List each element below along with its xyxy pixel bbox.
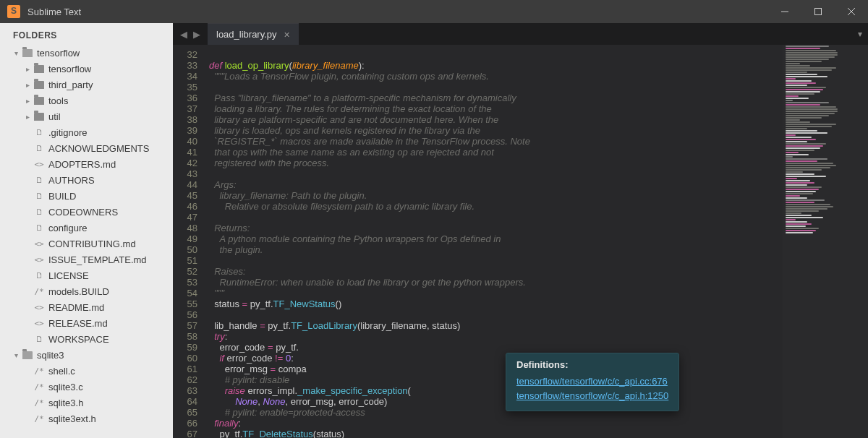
line-number[interactable]: 52 [173, 266, 197, 277]
code-line[interactable]: py_tf.TF_DeleteStatus(status) [209, 429, 868, 438]
file-item[interactable]: <>CONTRIBUTING.md [0, 236, 173, 252]
code-line[interactable] [209, 309, 868, 320]
folders-sidebar[interactable]: FOLDERS ▾tensorflow▸tensorflow▸third_par… [0, 23, 173, 438]
line-number[interactable]: 43 [173, 168, 197, 179]
code-line[interactable]: that ops with the same name as an existi… [209, 147, 868, 158]
tab-history-back-icon[interactable]: ◀ [180, 29, 187, 40]
file-item[interactable]: /*sqlite3ext.h [0, 411, 173, 426]
disclosure-arrow-icon[interactable]: ▸ [25, 81, 31, 89]
line-number[interactable]: 67 [173, 429, 197, 438]
line-number[interactable]: 35 [173, 82, 197, 93]
code-line[interactable] [209, 49, 868, 60]
line-number[interactable]: 66 [173, 418, 197, 429]
line-number[interactable]: 36 [173, 93, 197, 103]
line-number-gutter[interactable]: 3233343536373839404142434445464748495051… [173, 45, 205, 438]
code-line[interactable]: error_code = py_tf. [209, 342, 868, 353]
code-line[interactable]: library_filename: Path to the plugin. [209, 190, 868, 201]
line-number[interactable]: 37 [173, 103, 197, 114]
code-line[interactable]: Returns: [209, 223, 868, 233]
tab-close-icon[interactable]: × [284, 30, 290, 40]
line-number[interactable]: 63 [173, 385, 197, 396]
minimize-button[interactable] [768, 0, 801, 23]
code-line[interactable]: Raises: [209, 266, 868, 277]
line-number[interactable]: 57 [173, 320, 197, 331]
folder-item[interactable]: ▸util [0, 108, 173, 124]
file-item[interactable]: <>README.md [0, 299, 173, 315]
line-number[interactable]: 48 [173, 223, 197, 233]
code-line[interactable]: """Loads a TensorFlow plugin, containing… [209, 71, 868, 82]
file-item[interactable]: 🗋WORKSPACE [0, 331, 173, 347]
line-number[interactable]: 61 [173, 364, 197, 374]
disclosure-arrow-icon[interactable]: ▸ [25, 65, 31, 73]
code-line[interactable]: Relative or absolute filesystem path to … [209, 201, 868, 212]
code-line[interactable] [209, 212, 868, 223]
minimap[interactable] [783, 45, 868, 438]
line-number[interactable]: 34 [173, 71, 197, 82]
line-number[interactable]: 41 [173, 147, 197, 158]
line-number[interactable]: 55 [173, 299, 197, 309]
code-line[interactable]: """ [209, 288, 868, 299]
code-line[interactable]: lib_handle = py_tf.TF_LoadLibrary(librar… [209, 320, 868, 331]
line-number[interactable]: 47 [173, 212, 197, 223]
maximize-button[interactable] [801, 0, 835, 23]
line-number[interactable]: 44 [173, 179, 197, 190]
code-line[interactable]: library are platform-specific and are no… [209, 114, 868, 125]
code-line[interactable]: Args: [209, 179, 868, 190]
disclosure-arrow-icon[interactable]: ▸ [25, 97, 31, 105]
code-line[interactable]: try: [209, 331, 868, 342]
code-line[interactable]: Pass "library_filename" to a platform-sp… [209, 93, 868, 103]
line-number[interactable]: 50 [173, 244, 197, 255]
line-number[interactable]: 40 [173, 136, 197, 147]
code-line[interactable]: status = py_tf.TF_NewStatus() [209, 299, 868, 309]
line-number[interactable]: 58 [173, 331, 197, 342]
line-number[interactable]: 33 [173, 60, 197, 71]
file-item[interactable]: <>ADOPTERS.md [0, 156, 173, 172]
file-item[interactable]: 🗋BUILD [0, 188, 173, 204]
line-number[interactable]: 46 [173, 201, 197, 212]
line-number[interactable]: 51 [173, 255, 197, 266]
code-line[interactable]: library is loaded, ops and kernels regis… [209, 125, 868, 136]
file-item[interactable]: 🗋AUTHORS [0, 172, 173, 188]
file-item[interactable]: 🗋configure [0, 220, 173, 236]
disclosure-arrow-icon[interactable]: ▸ [25, 113, 31, 121]
code-line[interactable]: `REGISTER_*` macros are made available i… [209, 136, 868, 147]
definition-link-0[interactable]: tensorflow/tensorflow/c/c_api.cc:676 [516, 374, 668, 389]
code-line[interactable]: def load_op_library(library_filename): [209, 60, 868, 71]
code-line[interactable]: registered with the process. [209, 158, 868, 168]
code-line[interactable] [209, 255, 868, 266]
folder-item[interactable]: ▸tools [0, 93, 173, 108]
code-line[interactable]: RuntimeError: when unable to load the li… [209, 277, 868, 288]
file-item[interactable]: <>ISSUE_TEMPLATE.md [0, 252, 173, 267]
code-line[interactable] [209, 168, 868, 179]
tab-load-library[interactable]: load_library.py × [208, 23, 299, 45]
line-number[interactable]: 45 [173, 190, 197, 201]
code-line[interactable]: A python module containing the Python wr… [209, 233, 868, 244]
code-line[interactable]: loading a library. The rules for determi… [209, 103, 868, 114]
line-number[interactable]: 42 [173, 158, 197, 168]
file-item[interactable]: /*sqlite3.h [0, 395, 173, 411]
line-number[interactable]: 62 [173, 374, 197, 385]
definition-link-1[interactable]: tensorflow/tensorflow/c/c_api.h:1250 [516, 389, 668, 403]
close-button[interactable] [835, 0, 868, 23]
tab-history-forward-icon[interactable]: ▶ [193, 29, 200, 40]
folder-item[interactable]: ▾tensorflow [0, 45, 173, 61]
line-number[interactable]: 59 [173, 342, 197, 353]
line-number[interactable]: 64 [173, 396, 197, 407]
file-item[interactable]: 🗋ACKNOWLEDGMENTS [0, 140, 173, 156]
file-item[interactable]: /*shell.c [0, 363, 173, 379]
line-number[interactable]: 49 [173, 233, 197, 244]
line-number[interactable]: 53 [173, 277, 197, 288]
folder-item[interactable]: ▾sqlite3 [0, 347, 173, 363]
file-item[interactable]: 🗋LICENSE [0, 267, 173, 283]
file-item[interactable]: /*sqlite3.c [0, 379, 173, 395]
line-number[interactable]: 54 [173, 288, 197, 299]
line-number[interactable]: 60 [173, 353, 197, 364]
line-number[interactable]: 32 [173, 49, 197, 60]
line-number[interactable]: 39 [173, 125, 197, 136]
file-item[interactable]: 🗋.gitignore [0, 124, 173, 140]
line-number[interactable]: 56 [173, 309, 197, 320]
line-number[interactable]: 65 [173, 407, 197, 418]
file-item[interactable]: <>RELEASE.md [0, 315, 173, 331]
code-line[interactable]: the plugin. [209, 244, 868, 255]
file-item[interactable]: /*models.BUILD [0, 283, 173, 299]
